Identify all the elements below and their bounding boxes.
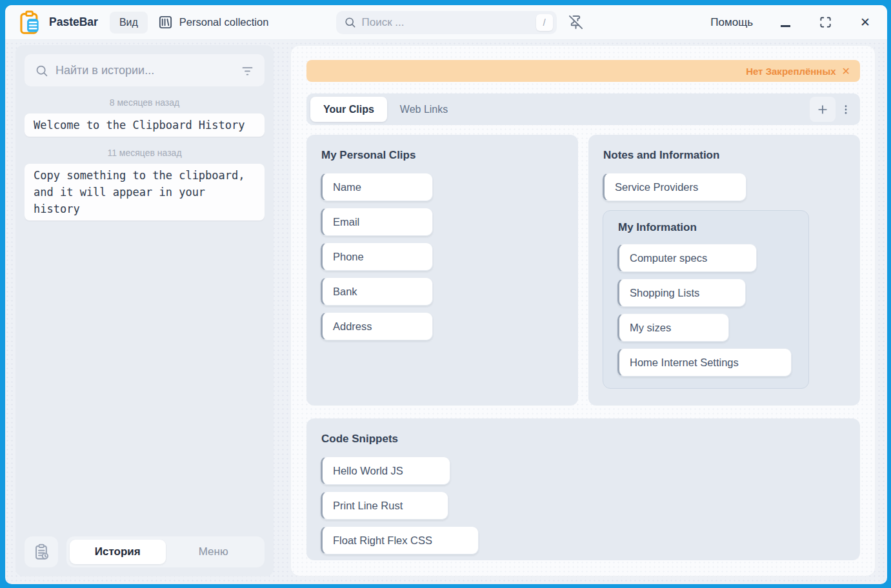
maximize-icon bbox=[819, 16, 832, 28]
sidebar-footer: История Меню bbox=[25, 536, 265, 567]
topbar-right: Помощь ✕ bbox=[557, 15, 874, 30]
history-search[interactable] bbox=[25, 54, 265, 86]
library-icon bbox=[158, 15, 173, 30]
search-icon bbox=[344, 16, 356, 28]
board-code-snippets: Code Snippets Hello World JS Print Line … bbox=[306, 418, 860, 560]
tab-history[interactable]: История bbox=[70, 540, 166, 564]
add-clip-button[interactable] bbox=[810, 97, 836, 122]
board-title: Notes and Information bbox=[603, 149, 846, 162]
maximize-button[interactable] bbox=[817, 15, 833, 30]
app-window: PasteBar Вид Personal collection / bbox=[5, 5, 887, 584]
clip-email[interactable]: Email bbox=[321, 208, 433, 236]
history-search-input[interactable] bbox=[55, 64, 234, 77]
minimize-icon bbox=[781, 25, 790, 27]
pastebar-logo-icon bbox=[19, 10, 41, 35]
global-search-input[interactable] bbox=[362, 16, 530, 29]
no-pinned-label: Нет Закреплённых bbox=[746, 66, 836, 77]
minimize-button[interactable] bbox=[777, 15, 793, 30]
no-pinned-banner: Нет Закреплённых ✕ bbox=[306, 60, 860, 82]
help-link[interactable]: Помощь bbox=[710, 16, 753, 29]
clip-shopping-lists[interactable]: Shopping Lists bbox=[617, 279, 746, 307]
pin-off-icon[interactable] bbox=[568, 15, 583, 30]
clip-service-providers[interactable]: Service Providers bbox=[603, 173, 746, 201]
top-bar: PasteBar Вид Personal collection / bbox=[5, 5, 887, 40]
sidebar-tab-group: История Меню bbox=[66, 536, 265, 567]
dots-vertical-icon bbox=[840, 103, 852, 116]
app-body: 8 месяцев назад Welcome to the Clipboard… bbox=[5, 40, 887, 584]
history-time-label: 8 месяцев назад bbox=[25, 97, 265, 108]
clipboard-clock-icon bbox=[33, 544, 50, 561]
global-search[interactable]: / bbox=[336, 11, 557, 34]
clipboard-history-icon-button[interactable] bbox=[25, 536, 58, 567]
tab-your-clips[interactable]: Your Clips bbox=[310, 97, 387, 122]
filter-icon[interactable] bbox=[241, 64, 254, 77]
boards-row: My Personal Clips Name Email Phone Bank … bbox=[306, 135, 860, 406]
history-time-label: 11 месяцев назад bbox=[25, 148, 265, 158]
clip-float-right-flex-css[interactable]: Float Right Flex CSS bbox=[321, 526, 479, 554]
close-button[interactable]: ✕ bbox=[857, 15, 873, 30]
history-item[interactable]: Copy something to the clipboard, and it … bbox=[25, 164, 265, 220]
clip-computer-specs[interactable]: Computer specs bbox=[617, 244, 757, 272]
main-panel: Нет Закреплённых ✕ Your Clips Web Links bbox=[290, 45, 876, 576]
clips-tab-bar: Your Clips Web Links bbox=[306, 93, 860, 125]
board-my-personal-clips: My Personal Clips Name Email Phone Bank … bbox=[306, 135, 578, 406]
clip-address[interactable]: Address bbox=[321, 312, 433, 340]
board-notes-and-information: Notes and Information Service Providers … bbox=[588, 135, 860, 406]
topbar-left: PasteBar Вид Personal collection bbox=[19, 10, 336, 35]
history-list: 8 месяцев назад Welcome to the Clipboard… bbox=[25, 86, 265, 536]
search-icon bbox=[35, 64, 48, 77]
clip-phone[interactable]: Phone bbox=[321, 242, 433, 271]
clip-home-internet-settings[interactable]: Home Internet Settings bbox=[617, 348, 792, 377]
board-menu-button[interactable] bbox=[836, 97, 856, 122]
search-shortcut-badge: / bbox=[536, 14, 553, 31]
clip-hello-world-js[interactable]: Hello World JS bbox=[321, 456, 450, 485]
banner-close-icon[interactable]: ✕ bbox=[842, 65, 850, 77]
history-sidebar: 8 месяцев назад Welcome to the Clipboard… bbox=[15, 45, 274, 576]
close-icon: ✕ bbox=[860, 16, 870, 28]
board-title: Code Snippets bbox=[321, 433, 846, 446]
tab-menu[interactable]: Меню bbox=[166, 540, 262, 564]
clip-my-sizes[interactable]: My sizes bbox=[617, 313, 729, 342]
plus-icon bbox=[816, 103, 829, 116]
tab-web-links[interactable]: Web Links bbox=[387, 97, 461, 122]
collection-selector[interactable]: Personal collection bbox=[158, 15, 269, 30]
subboard-my-information: My Information Computer specs Shopping L… bbox=[603, 210, 809, 389]
clip-bank[interactable]: Bank bbox=[321, 277, 433, 306]
clip-name[interactable]: Name bbox=[321, 173, 433, 201]
subboard-title: My Information bbox=[618, 221, 794, 234]
history-item[interactable]: Welcome to the Clipboard History bbox=[25, 113, 265, 137]
app-title: PasteBar bbox=[49, 15, 98, 29]
clip-print-line-rust[interactable]: Print Line Rust bbox=[321, 491, 448, 520]
collection-name: Personal collection bbox=[179, 16, 269, 28]
view-menu-button[interactable]: Вид bbox=[110, 12, 148, 34]
board-title: My Personal Clips bbox=[321, 149, 564, 162]
